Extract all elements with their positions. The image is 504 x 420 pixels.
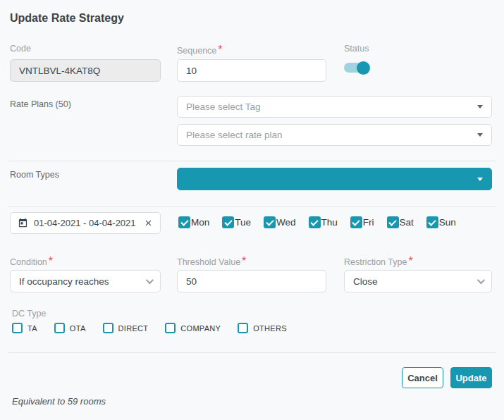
cancel-button[interactable]: Cancel	[402, 367, 443, 388]
tag-select-placeholder: Please select Tag	[186, 101, 261, 112]
chevron-down-icon	[477, 276, 485, 284]
threshold-field[interactable]: 50	[177, 270, 326, 292]
weekday-sun-checkbox[interactable]: Sun	[426, 216, 456, 228]
checkbox-unchecked-icon	[12, 323, 23, 333]
required-asterisk: *	[49, 255, 53, 267]
required-asterisk: *	[242, 255, 246, 267]
weekday-wed-checkbox[interactable]: Wed	[264, 216, 296, 228]
code-field: VNTLBVL-4KAT8Q	[10, 59, 161, 82]
chevron-down-icon	[146, 276, 154, 284]
dc-type-checkbox-group: TA OTA DIRECT COMPANY OTHERS	[12, 323, 287, 333]
restriction-type-select[interactable]: Close	[344, 270, 492, 292]
rate-plan-select[interactable]: Please select rate plan	[177, 124, 492, 146]
dc-direct-checkbox[interactable]: DIRECT	[103, 323, 149, 333]
date-range-value: 01-04-2021 - 04-04-2021	[34, 218, 136, 228]
room-types-select[interactable]	[177, 168, 492, 190]
caret-down-icon	[477, 178, 483, 181]
weekday-thu-checkbox[interactable]: Thu	[309, 216, 338, 228]
weekday-sat-checkbox[interactable]: Sat	[387, 216, 414, 228]
code-value: VNTLBVL-4KAT8Q	[19, 66, 100, 76]
dc-company-checkbox[interactable]: COMPANY	[165, 323, 221, 333]
checkbox-unchecked-icon	[238, 323, 248, 333]
section-divider	[8, 161, 496, 161]
dc-ta-checkbox[interactable]: TA	[12, 323, 37, 333]
checkbox-checked-icon	[350, 216, 362, 228]
section-divider	[8, 352, 496, 353]
condition-select[interactable]: If occupancy reaches	[10, 270, 161, 292]
dc-others-checkbox[interactable]: OTHERS	[238, 323, 287, 333]
threshold-label: Threshold Value*	[177, 255, 246, 268]
date-range-field[interactable]: 01-04-2021 - 04-04-2021	[10, 212, 161, 234]
checkbox-checked-icon	[309, 216, 321, 228]
equivalent-rooms-note: Equivalent to 59 rooms	[12, 396, 106, 407]
required-asterisk: *	[408, 255, 412, 267]
sequence-value: 10	[186, 66, 197, 76]
sequence-field[interactable]: 10	[177, 59, 326, 82]
checkbox-checked-icon	[387, 216, 399, 228]
checkbox-unchecked-icon	[165, 323, 176, 333]
caret-down-icon	[477, 105, 483, 109]
dc-type-label: DC Type	[12, 309, 46, 319]
status-label: Status	[344, 44, 369, 54]
rate-plans-label: Rate Plans (50)	[10, 99, 71, 109]
tag-select[interactable]: Please select Tag	[177, 96, 492, 118]
restriction-type-value: Close	[353, 276, 378, 287]
toggle-thumb-icon	[357, 61, 370, 75]
threshold-value: 50	[186, 276, 197, 287]
update-rate-strategy-dialog: Update Rate Strategy Code VNTLBVL-4KAT8Q…	[0, 0, 504, 420]
room-types-label: Room Types	[10, 170, 59, 180]
caret-down-icon	[477, 133, 483, 137]
condition-label: Condition*	[10, 255, 53, 268]
required-asterisk: *	[218, 44, 222, 56]
checkbox-checked-icon	[178, 216, 190, 228]
checkbox-checked-icon	[264, 216, 276, 228]
weekday-checkbox-group: Mon Tue Wed Thu Fri Sat Sun	[178, 216, 456, 228]
checkbox-checked-icon	[222, 216, 234, 228]
dc-ota-checkbox[interactable]: OTA	[54, 323, 86, 333]
checkbox-unchecked-icon	[103, 323, 113, 333]
rate-plan-select-placeholder: Please select rate plan	[186, 130, 283, 140]
clear-date-icon[interactable]	[144, 218, 153, 228]
status-toggle[interactable]	[344, 61, 370, 75]
section-divider	[8, 206, 496, 207]
checkbox-checked-icon	[426, 216, 438, 228]
sequence-label: Sequence*	[177, 44, 223, 56]
condition-value: If occupancy reaches	[19, 276, 109, 287]
weekday-tue-checkbox[interactable]: Tue	[222, 216, 251, 228]
restriction-type-label: Restriction Type*	[344, 255, 413, 268]
update-button[interactable]: Update	[450, 367, 492, 388]
weekday-mon-checkbox[interactable]: Mon	[178, 216, 209, 228]
weekday-fri-checkbox[interactable]: Fri	[350, 216, 374, 228]
page-title: Update Rate Strategy	[10, 12, 124, 25]
calendar-icon[interactable]	[18, 218, 28, 228]
code-label: Code	[10, 44, 31, 54]
checkbox-unchecked-icon	[54, 323, 65, 333]
